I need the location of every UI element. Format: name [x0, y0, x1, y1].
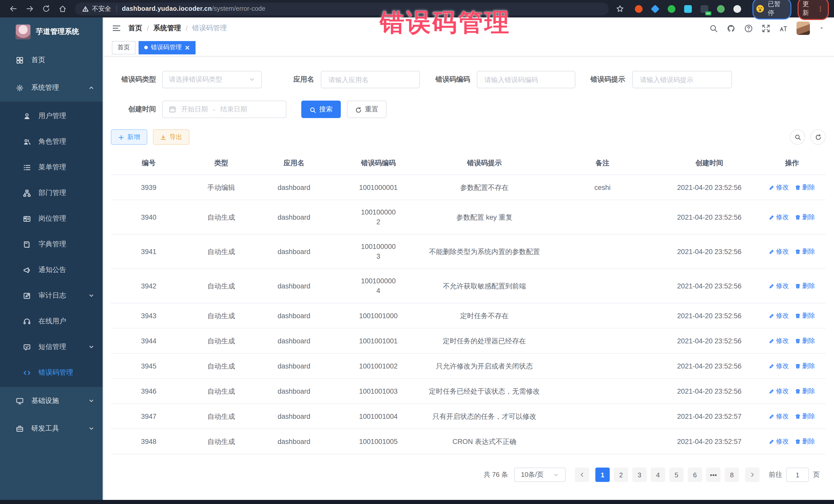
reload-icon[interactable]	[40, 2, 53, 15]
trash-icon	[795, 336, 800, 346]
blue-gem-extension-icon[interactable]	[650, 4, 659, 13]
sidebar-item-notice[interactable]: 通知公告	[0, 257, 103, 283]
delete-action[interactable]: 删除	[795, 311, 815, 321]
page-ellipsis[interactable]: •••	[706, 467, 721, 482]
breadcrumb-item-2[interactable]: 错误码管理	[192, 24, 227, 33]
edit-action[interactable]: 修改	[769, 183, 789, 193]
pen-icon	[769, 437, 774, 446]
next-page-button[interactable]	[745, 467, 760, 482]
edit-action[interactable]: 修改	[769, 387, 789, 396]
sidebar-item-menu[interactable]: 菜单管理	[0, 154, 103, 180]
error-code-input[interactable]	[483, 75, 569, 84]
error-msg-input[interactable]	[639, 75, 725, 84]
help-icon[interactable]	[744, 24, 753, 32]
delete-action[interactable]: 删除	[795, 183, 815, 193]
font-size-icon[interactable]	[779, 24, 788, 32]
active-dot-icon	[144, 46, 148, 49]
user-avatar[interactable]	[796, 22, 810, 35]
sidebar-item-online-user[interactable]: 在线用户	[0, 308, 103, 334]
delete-action[interactable]: 删除	[795, 412, 815, 421]
profile-paused-badge[interactable]: 已暂停	[752, 0, 791, 20]
cell-time: 2021-04-20 23:52:56	[661, 234, 758, 269]
back-icon[interactable]	[7, 2, 20, 15]
goto-page-input[interactable]	[786, 467, 809, 482]
date-range-picker[interactable]: 开始日期 - 结束日期	[162, 101, 286, 118]
delete-action[interactable]: 删除	[795, 361, 815, 371]
breadcrumb-item-1[interactable]: 系统管理	[153, 24, 181, 33]
reset-button[interactable]: 重置	[347, 101, 387, 118]
search-icon	[309, 106, 316, 113]
table-row: 3942自动生成dashboard100100000 4不允许获取敏感配置到前端…	[111, 269, 826, 303]
page-button-3[interactable]: 3	[632, 467, 647, 482]
orange-ring-extension-icon[interactable]	[634, 4, 643, 13]
sidebar-item-system[interactable]: 系统管理	[0, 74, 103, 102]
edit-action[interactable]: 修改	[769, 281, 789, 291]
page-button-5[interactable]: 5	[669, 467, 684, 482]
edit-action[interactable]: 修改	[769, 213, 789, 222]
tab-error-code[interactable]: 错误码管理	[138, 41, 196, 54]
export-button[interactable]: 导出	[153, 129, 190, 145]
cell-remark	[544, 269, 661, 303]
page-button-8[interactable]: 8	[725, 467, 739, 482]
app-name-input[interactable]	[327, 75, 413, 84]
refresh-table-button[interactable]	[810, 129, 826, 145]
sidebar-item-dept[interactable]: 部门管理	[0, 180, 103, 206]
tab-close-icon[interactable]	[185, 45, 190, 50]
pen-icon	[769, 387, 774, 396]
page-size-select[interactable]: 10条/页	[514, 467, 566, 482]
delete-action[interactable]: 删除	[795, 336, 815, 346]
tab-home[interactable]: 首页	[112, 41, 135, 54]
home-icon[interactable]	[56, 2, 69, 15]
cell-code: 1001001000	[332, 303, 425, 328]
add-button[interactable]: 新增	[111, 129, 147, 145]
bookmark-star-icon[interactable]	[616, 5, 624, 13]
proxy-extension-icon[interactable]: on	[700, 4, 709, 13]
tiles-extension-icon[interactable]	[683, 4, 692, 13]
refresh-icon	[355, 106, 362, 113]
edit-action[interactable]: 修改	[769, 361, 789, 371]
toggle-search-button[interactable]	[790, 129, 805, 145]
browser-update-button[interactable]: 更新	[797, 0, 829, 20]
sidebar-item-sms[interactable]: 短信管理	[0, 334, 103, 360]
delete-action[interactable]: 删除	[795, 387, 815, 396]
sidebar-item-role[interactable]: 角色管理	[0, 129, 103, 154]
fullscreen-icon[interactable]	[762, 24, 770, 32]
sidebar-item-user[interactable]: 用户管理	[0, 103, 103, 129]
prev-page-button[interactable]	[575, 467, 589, 482]
search-button[interactable]: 搜索	[301, 101, 341, 118]
top-header: 首页/系统管理/错误码管理	[103, 18, 834, 39]
puzzle-extension-icon[interactable]	[732, 4, 742, 13]
edit-action[interactable]: 修改	[769, 437, 789, 446]
sidebar-item-audit-log[interactable]: 审计日志	[0, 283, 103, 308]
kebab-menu-icon[interactable]	[817, 5, 824, 12]
edit-action[interactable]: 修改	[769, 247, 789, 257]
sidebar-item-dev-tools[interactable]: 研发工具	[0, 415, 103, 442]
caret-down-icon[interactable]	[819, 25, 825, 31]
page-button-4[interactable]: 4	[651, 467, 665, 482]
forward-icon[interactable]	[23, 2, 37, 15]
hamburger-icon[interactable]	[112, 24, 121, 33]
delete-action[interactable]: 删除	[795, 437, 815, 446]
green-key-extension-icon[interactable]	[716, 4, 725, 13]
edit-action[interactable]: 修改	[769, 412, 789, 421]
sidebar-item-infra[interactable]: 基础设施	[0, 387, 103, 415]
sidebar-item-post[interactable]: 岗位管理	[0, 206, 103, 232]
table-row: 3941自动生成dashboard100100000 3不能删除类型为系统内置的…	[111, 234, 826, 269]
github-icon[interactable]	[727, 24, 736, 32]
delete-action[interactable]: 删除	[795, 213, 815, 222]
edit-action[interactable]: 修改	[769, 336, 789, 346]
page-button-1[interactable]: 1	[595, 467, 610, 482]
sidebar-item-home[interactable]: 首页	[0, 46, 103, 74]
breadcrumb-item-0[interactable]: 首页	[128, 24, 142, 33]
search-icon[interactable]	[709, 24, 718, 32]
edit-action[interactable]: 修改	[769, 311, 789, 321]
page-button-2[interactable]: 2	[614, 467, 628, 482]
sidebar-item-error-code[interactable]: 错误码管理	[0, 360, 103, 386]
delete-action[interactable]: 删除	[795, 247, 815, 257]
green-v-extension-icon[interactable]	[667, 4, 676, 13]
delete-action[interactable]: 删除	[795, 281, 815, 291]
error-type-select[interactable]: 请选择错误码类型	[162, 71, 262, 88]
sidebar-item-dict[interactable]: 字典管理	[0, 232, 103, 257]
address-bar[interactable]: 不安全 dashboard.yudao.iocoder.cn/system/er…	[75, 2, 609, 15]
page-button-6[interactable]: 6	[688, 467, 702, 482]
